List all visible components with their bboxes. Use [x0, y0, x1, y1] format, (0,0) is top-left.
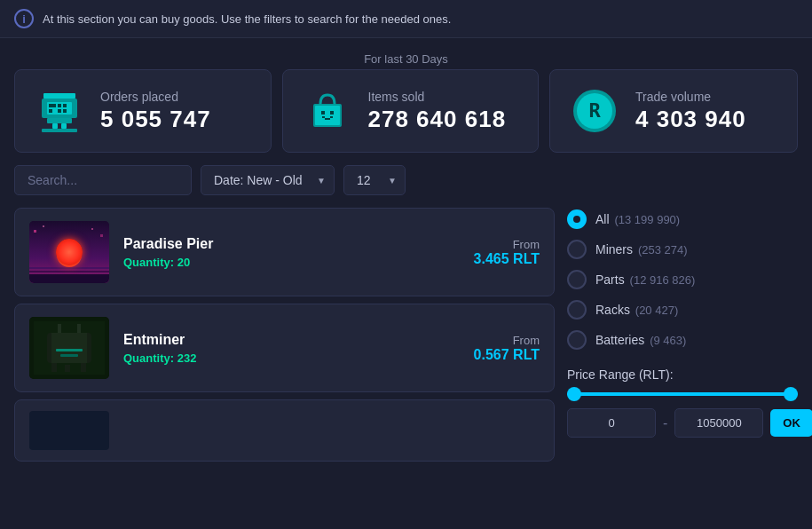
filter-option-miners[interactable]: Miners (253 274) [567, 238, 798, 261]
list-item[interactable]: Paradise Pier Quantity: 20 From 3.465 RL… [14, 208, 555, 296]
item-quantity-paradise: Quantity: 20 [123, 256, 460, 269]
svg-rect-7 [58, 109, 61, 113]
item-price-entminer: From 0.567 RLT [474, 334, 540, 363]
items-area: Paradise Pier Quantity: 20 From 3.465 RL… [14, 208, 798, 462]
price-min-input[interactable] [567, 408, 656, 438]
items-icon [301, 84, 354, 138]
svg-rect-28 [29, 274, 109, 283]
radio-miners [567, 240, 587, 259]
item-info-paradise: Paradise Pier Quantity: 20 [123, 236, 460, 269]
item-quantity-entminer: Quantity: 232 [123, 351, 460, 365]
item-name-paradise: Paradise Pier [123, 236, 460, 252]
filter-label-all: All (13 199 990) [595, 212, 680, 226]
svg-rect-42 [77, 324, 81, 333]
orders-label: Orders placed [100, 90, 211, 104]
info-icon: i [14, 9, 34, 28]
range-handle-min[interactable] [567, 387, 581, 401]
item-price-paradise: From 3.465 RLT [474, 238, 540, 267]
items-value: 278 640 618 [368, 106, 507, 133]
stat-text-orders: Orders placed 5 055 747 [100, 90, 211, 133]
stat-card-trade: R Trade volume 4 303 940 [549, 69, 798, 153]
svg-rect-10 [52, 123, 58, 129]
trade-value: 4 303 940 [635, 106, 746, 133]
filter-option-racks[interactable]: Racks (20 427) [567, 298, 798, 321]
range-slider[interactable] [567, 392, 798, 396]
right-panel: All (13 199 990) Miners (253 274) [567, 208, 798, 462]
range-handle-max[interactable] [784, 387, 798, 401]
svg-rect-16 [330, 111, 334, 114]
svg-rect-18 [325, 118, 330, 120]
filter-option-batteries[interactable]: Batteries (9 463) [567, 328, 798, 351]
stats-section: For last 30 Days [14, 52, 798, 153]
svg-rect-31 [91, 228, 93, 230]
svg-rect-29 [34, 230, 36, 233]
radio-batteries [567, 330, 587, 350]
list-item[interactable] [14, 399, 555, 462]
range-track [567, 392, 798, 396]
svg-rect-0 [43, 93, 75, 99]
sort-select-wrapper: Date: New - Old Date: Old - New Price: L… [201, 165, 335, 195]
svg-rect-32 [100, 234, 103, 237]
items-list: Paradise Pier Quantity: 20 From 3.465 RL… [14, 208, 555, 462]
svg-point-24 [57, 242, 82, 267]
item-thumbnail-third [29, 411, 109, 450]
price-ok-button[interactable]: OK [770, 409, 812, 437]
stats-row: Orders placed 5 055 747 [14, 69, 798, 153]
svg-point-25 [60, 246, 78, 264]
main-content: For last 30 Days [0, 38, 812, 476]
price-inputs: - OK [567, 408, 798, 438]
orders-value: 5 055 747 [100, 106, 211, 133]
price-separator: - [663, 415, 667, 431]
svg-rect-8 [63, 109, 67, 113]
stats-header: For last 30 Days [14, 52, 798, 66]
svg-rect-27 [29, 271, 109, 272]
svg-rect-45 [81, 363, 86, 372]
sort-select[interactable]: Date: New - Old Date: Old - New Price: L… [201, 165, 335, 195]
svg-text:R: R [588, 99, 601, 122]
items-label: Items sold [368, 90, 507, 104]
stat-card-orders: Orders placed 5 055 747 [14, 69, 272, 153]
svg-rect-41 [58, 324, 61, 333]
stat-card-items: Items sold 278 640 618 [282, 69, 540, 153]
item-name-entminer: Entminer [123, 332, 460, 348]
trade-label: Trade volume [635, 90, 746, 104]
info-text: At this section you can buy goods. Use t… [43, 12, 451, 26]
category-filter-group: All (13 199 990) Miners (253 274) [567, 208, 798, 351]
item-thumbnail-paradise [29, 221, 109, 283]
price-range-title: Price Range (RLT): [567, 367, 798, 382]
radio-all [567, 209, 587, 229]
filter-option-all[interactable]: All (13 199 990) [567, 208, 798, 231]
search-input[interactable] [14, 165, 192, 195]
stat-text-trade: Trade volume 4 303 940 [635, 90, 746, 133]
stat-text-items: Items sold 278 640 618 [368, 90, 507, 133]
svg-rect-26 [29, 267, 109, 269]
info-banner: i At this section you can buy goods. Use… [0, 0, 812, 38]
filter-label-miners: Miners (253 274) [595, 242, 688, 257]
list-item[interactable]: Entminer Quantity: 232 From 0.567 RLT [14, 304, 555, 392]
radio-racks [567, 300, 587, 320]
item-thumbnail-entminer [29, 317, 109, 379]
svg-rect-43 [51, 363, 57, 372]
filter-option-parts[interactable]: Parts (12 916 826) [567, 268, 798, 291]
perpage-select[interactable]: 12 24 48 [343, 165, 406, 195]
filters-row: Date: New - Old Date: Old - New Price: L… [14, 165, 798, 195]
svg-rect-19 [330, 116, 333, 118]
svg-rect-9 [47, 118, 72, 123]
svg-rect-14 [315, 106, 340, 125]
svg-rect-15 [321, 111, 325, 114]
range-fill [567, 392, 798, 396]
svg-rect-11 [61, 123, 67, 129]
trade-icon: R [568, 84, 621, 138]
svg-rect-5 [63, 104, 67, 107]
orders-icon [33, 84, 86, 138]
svg-rect-17 [322, 116, 325, 118]
svg-rect-3 [49, 104, 56, 107]
price-max-input[interactable] [674, 408, 763, 438]
svg-rect-44 [65, 365, 70, 372]
svg-rect-39 [56, 349, 83, 351]
svg-rect-12 [42, 129, 77, 132]
item-info-entminer: Entminer Quantity: 232 [123, 332, 460, 365]
svg-rect-6 [49, 109, 52, 113]
svg-rect-38 [51, 333, 87, 363]
svg-rect-30 [43, 225, 44, 227]
